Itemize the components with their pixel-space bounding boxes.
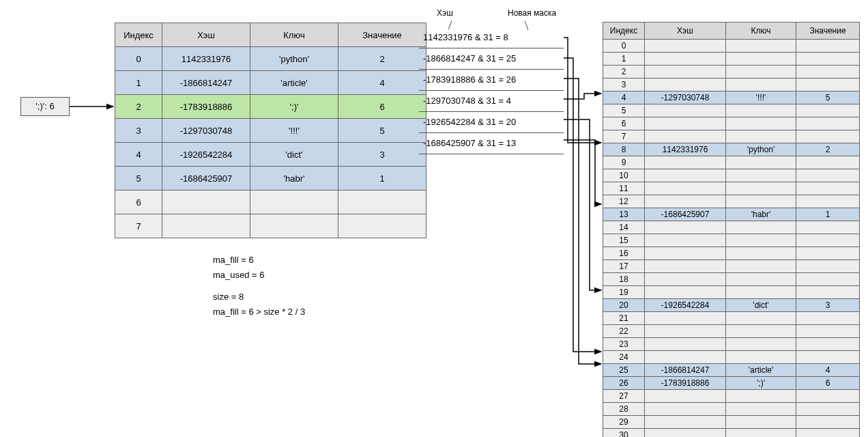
t32-cell: 27 [603, 390, 645, 403]
calc-label-hash: Хэш [437, 8, 453, 18]
t32-cell [796, 40, 860, 53]
t32-cell [645, 312, 726, 325]
t32-cell [796, 117, 860, 130]
t32-cell: 11 [603, 182, 645, 195]
t32-row-19: 19 [603, 286, 860, 299]
t8-cell-key [250, 214, 338, 238]
t32-cell [796, 156, 860, 169]
t32-row-9: 9 [603, 156, 860, 169]
t8-cell-value: 5 [338, 119, 426, 143]
t8-cell-index: 7 [115, 214, 162, 238]
calc-label-mask: Новая маска [508, 8, 556, 18]
t32-cell [796, 247, 860, 260]
t8-header-key: Ключ [250, 23, 338, 47]
t32-cell: 7 [603, 130, 645, 143]
t8-cell-key: 'habr' [250, 167, 338, 191]
t32-cell [726, 325, 796, 338]
t32-cell [796, 130, 860, 143]
t32-cell [796, 221, 860, 234]
t32-cell [796, 273, 860, 286]
info-condition: ma_fill = 6 > size * 2 / 3 [213, 305, 305, 320]
t32-cell: 'dict' [726, 299, 796, 312]
t8-cell-key [250, 191, 338, 214]
t32-cell: 3 [603, 79, 645, 91]
t32-cell: 5 [603, 104, 645, 117]
t32-cell [726, 130, 796, 143]
t32-cell [645, 390, 726, 403]
t32-cell: 1 [603, 53, 645, 66]
t8-row-2: 2-1783918886';)'6 [115, 95, 426, 119]
t32-cell [726, 416, 796, 429]
t32-cell [645, 429, 726, 438]
t32-row-27: 27 [603, 390, 860, 403]
t32-row-29: 29 [603, 416, 860, 429]
t32-cell [726, 79, 796, 91]
t8-row-1: 1-1866814247'article'4 [115, 71, 426, 95]
t32-cell: ';)' [726, 377, 796, 390]
t32-cell [645, 66, 726, 79]
t32-cell [726, 403, 796, 416]
t32-row-8: 81142331976'python'2 [603, 143, 860, 156]
t32-cell [645, 195, 726, 208]
t32-cell [726, 286, 796, 299]
t32-row-6: 6 [603, 117, 860, 130]
t32-row-15: 15 [603, 234, 860, 247]
info-ma-fill: ma_fill = 6 [213, 253, 305, 268]
t32-cell [726, 273, 796, 286]
t32-cell [645, 117, 726, 130]
t32-cell [645, 169, 726, 182]
calc-row-2: -1783918886 & 31 = 26 [419, 70, 564, 91]
t32-row-3: 3 [603, 79, 860, 91]
t32-cell: 20 [603, 299, 645, 312]
t8-cell-index: 2 [115, 95, 162, 119]
t32-cell [726, 117, 796, 130]
t32-row-17: 17 [603, 260, 860, 273]
t32-cell: 15 [603, 234, 645, 247]
t32-cell: 'python' [726, 143, 796, 156]
t32-cell: 26 [603, 377, 645, 390]
t32-cell [645, 221, 726, 234]
t32-cell: 13 [603, 208, 645, 221]
t32-cell: 18 [603, 273, 645, 286]
calc-row-4: -1926542284 & 31 = 20 [419, 112, 564, 133]
t32-cell [796, 195, 860, 208]
t32-cell: 23 [603, 338, 645, 351]
t32-row-22: 22 [603, 325, 860, 338]
info-ma-used: ma_used = 6 [213, 268, 305, 283]
t32-row-0: 0 [603, 40, 860, 53]
t32-cell [645, 286, 726, 299]
t32-cell [645, 260, 726, 273]
t32-cell [726, 53, 796, 66]
t32-cell: 30 [603, 429, 645, 438]
t32-cell: 6 [796, 377, 860, 390]
t8-cell-index: 1 [115, 71, 162, 95]
t32-cell [796, 351, 860, 364]
t8-cell-value [338, 191, 426, 214]
t8-row-5: 5-1686425907'habr'1 [115, 167, 426, 191]
t32-cell [796, 325, 860, 338]
t32-cell [726, 66, 796, 79]
t32-cell [645, 325, 726, 338]
t8-cell-hash: -1866814247 [162, 71, 250, 95]
t32-cell: 9 [603, 156, 645, 169]
calc-row-1: -1866814247 & 31 = 25 [419, 48, 564, 70]
t32-cell [796, 403, 860, 416]
t32-cell [645, 403, 726, 416]
t32-cell [796, 66, 860, 79]
t32-cell [645, 247, 726, 260]
t32-row-16: 16 [603, 247, 860, 260]
insert-kv: ';)': 6 [20, 97, 70, 116]
calc-row-5: -1686425907 & 31 = 13 [419, 133, 564, 154]
t32-cell [726, 195, 796, 208]
t8-cell-index: 3 [115, 119, 162, 143]
t32-header-key: Ключ [726, 23, 796, 40]
t32-cell [796, 182, 860, 195]
t8-header-hash: Хэш [162, 23, 250, 47]
t32-cell: 16 [603, 247, 645, 260]
t32-row-25: 25-1866814247'article'4 [603, 364, 860, 377]
t8-cell-value: 4 [338, 71, 426, 95]
t32-cell [645, 351, 726, 364]
t8-row-4: 4-1926542284'dict'3 [115, 143, 426, 167]
t32-cell [726, 221, 796, 234]
t32-cell [645, 338, 726, 351]
